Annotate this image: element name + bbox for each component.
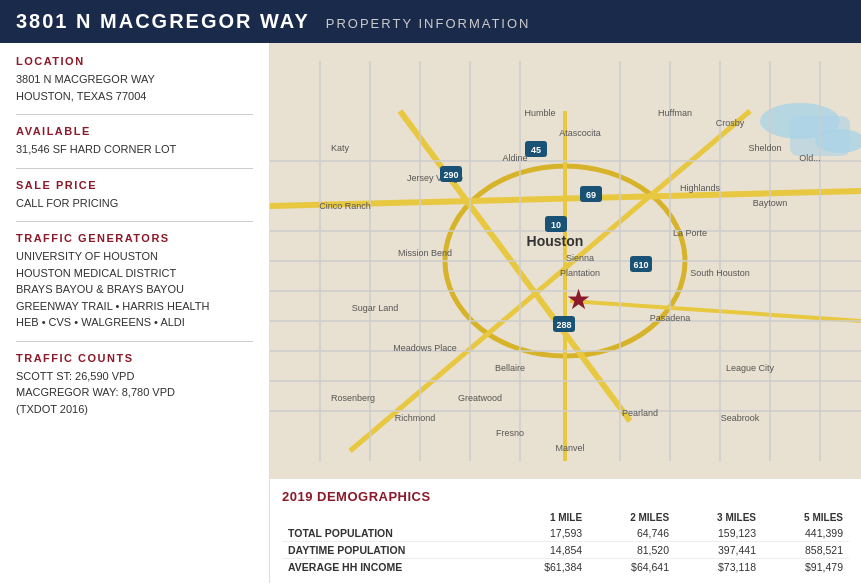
svg-text:Sienna: Sienna <box>566 253 594 263</box>
svg-text:10: 10 <box>551 220 561 230</box>
row-label: DAYTIME POPULATION <box>282 542 503 559</box>
svg-text:Richmond: Richmond <box>395 413 436 423</box>
svg-text:La Porte: La Porte <box>673 228 707 238</box>
svg-text:Fresno: Fresno <box>496 428 524 438</box>
row-val-5miles: 858,521 <box>762 542 849 559</box>
sale-price-label: SALE PRICE <box>16 179 253 191</box>
row-val-1mile: $61,384 <box>503 559 588 576</box>
svg-text:45: 45 <box>531 145 541 155</box>
left-panel: LOCATION 3801 N MACGREGOR WAY HOUSTON, T… <box>0 43 270 583</box>
row-val-5miles: 441,399 <box>762 525 849 542</box>
svg-text:610: 610 <box>633 260 648 270</box>
svg-text:Meadows Place: Meadows Place <box>393 343 457 353</box>
row-val-2miles: 81,520 <box>588 542 675 559</box>
svg-text:Rosenberg: Rosenberg <box>331 393 375 403</box>
location-line1: 3801 N MACGREGOR WAY <box>16 71 253 88</box>
traffic-count-2: MACGREGOR WAY: 8,780 VPD <box>16 384 253 401</box>
row-label: TOTAL POPULATION <box>282 525 503 542</box>
svg-text:★: ★ <box>566 284 591 315</box>
page-subtitle: PROPERTY INFORMATION <box>326 16 531 31</box>
property-title: 3801 N MACGREGOR WAY <box>16 10 310 33</box>
divider-3 <box>16 221 253 222</box>
svg-text:Baytown: Baytown <box>753 198 788 208</box>
row-val-3miles: 159,123 <box>675 525 762 542</box>
svg-text:Plantation: Plantation <box>560 268 600 278</box>
svg-text:Sugar Land: Sugar Land <box>352 303 399 313</box>
svg-text:Mission Bend: Mission Bend <box>398 248 452 258</box>
divider-2 <box>16 168 253 169</box>
table-row: AVERAGE HH INCOME $61,384 $64,641 $73,11… <box>282 559 849 576</box>
traffic-count-1: SCOTT ST: 26,590 VPD <box>16 368 253 385</box>
svg-text:Highlands: Highlands <box>680 183 721 193</box>
svg-text:Crosby: Crosby <box>716 118 745 128</box>
svg-text:Old...: Old... <box>799 153 821 163</box>
svg-text:Atascocita: Atascocita <box>559 128 601 138</box>
svg-text:Pearland: Pearland <box>622 408 658 418</box>
svg-text:Cinco Ranch: Cinco Ranch <box>319 201 371 211</box>
traffic-counts-label: TRAFFIC COUNTS <box>16 352 253 364</box>
traffic-gen-label: TRAFFIC GENERATORS <box>16 232 253 244</box>
svg-text:290: 290 <box>443 170 458 180</box>
traffic-gen-4: GREENWAY TRAIL • HARRIS HEALTH <box>16 298 253 315</box>
col-header-2miles: 2 MILES <box>588 510 675 525</box>
row-val-3miles: 397,441 <box>675 542 762 559</box>
page-header: 3801 N MACGREGOR WAY PROPERTY INFORMATIO… <box>0 0 861 43</box>
svg-text:Sheldon: Sheldon <box>748 143 781 153</box>
available-value: 31,546 SF HARD CORNER LOT <box>16 141 253 158</box>
row-val-1mile: 14,854 <box>503 542 588 559</box>
row-val-5miles: $91,479 <box>762 559 849 576</box>
svg-text:South Houston: South Houston <box>690 268 750 278</box>
map-svg: Houston Cinco Ranch Sugar Land Mission B… <box>270 43 861 479</box>
svg-text:Humble: Humble <box>524 108 555 118</box>
divider-4 <box>16 341 253 342</box>
traffic-gen-1: UNIVERSITY OF HOUSTON <box>16 248 253 265</box>
svg-text:Aldine: Aldine <box>502 153 527 163</box>
demographics-title: 2019 DEMOGRAPHICS <box>282 489 849 504</box>
svg-text:Seabrook: Seabrook <box>721 413 760 423</box>
svg-text:Greatwood: Greatwood <box>458 393 502 403</box>
svg-text:Huffman: Huffman <box>658 108 692 118</box>
row-val-2miles: $64,641 <box>588 559 675 576</box>
location-label: LOCATION <box>16 55 253 67</box>
svg-text:69: 69 <box>586 190 596 200</box>
svg-text:Manvel: Manvel <box>555 443 584 453</box>
col-header-1mile: 1 MILE <box>503 510 588 525</box>
right-panel: Houston Cinco Ranch Sugar Land Mission B… <box>270 43 861 583</box>
svg-text:Katy: Katy <box>331 143 350 153</box>
col-header-3miles: 3 MILES <box>675 510 762 525</box>
row-val-1mile: 17,593 <box>503 525 588 542</box>
row-val-2miles: 64,746 <box>588 525 675 542</box>
col-header-5miles: 5 MILES <box>762 510 849 525</box>
main-content: LOCATION 3801 N MACGREGOR WAY HOUSTON, T… <box>0 43 861 583</box>
map-container: Houston Cinco Ranch Sugar Land Mission B… <box>270 43 861 479</box>
col-header-label <box>282 510 503 525</box>
svg-text:288: 288 <box>556 320 571 330</box>
demographics-table: 1 MILE 2 MILES 3 MILES 5 MILES TOTAL POP… <box>282 510 849 575</box>
traffic-gen-3: BRAYS BAYOU & BRAYS BAYOU <box>16 281 253 298</box>
sale-price-value: CALL FOR PRICING <box>16 195 253 212</box>
svg-text:Houston: Houston <box>527 233 584 249</box>
demographics-section: 2019 DEMOGRAPHICS 1 MILE 2 MILES 3 MILES… <box>270 479 861 583</box>
table-row: TOTAL POPULATION 17,593 64,746 159,123 4… <box>282 525 849 542</box>
traffic-gen-5: HEB • CVS • WALGREENS • ALDI <box>16 314 253 331</box>
svg-text:League City: League City <box>726 363 775 373</box>
location-line2: HOUSTON, TEXAS 77004 <box>16 88 253 105</box>
svg-text:Pasadena: Pasadena <box>650 313 691 323</box>
traffic-count-3: (TXDOT 2016) <box>16 401 253 418</box>
table-row: DAYTIME POPULATION 14,854 81,520 397,441… <box>282 542 849 559</box>
available-label: AVAILABLE <box>16 125 253 137</box>
row-val-3miles: $73,118 <box>675 559 762 576</box>
row-label: AVERAGE HH INCOME <box>282 559 503 576</box>
svg-text:Bellaire: Bellaire <box>495 363 525 373</box>
traffic-gen-2: HOUSTON MEDICAL DISTRICT <box>16 265 253 282</box>
divider-1 <box>16 114 253 115</box>
table-header-row: 1 MILE 2 MILES 3 MILES 5 MILES <box>282 510 849 525</box>
